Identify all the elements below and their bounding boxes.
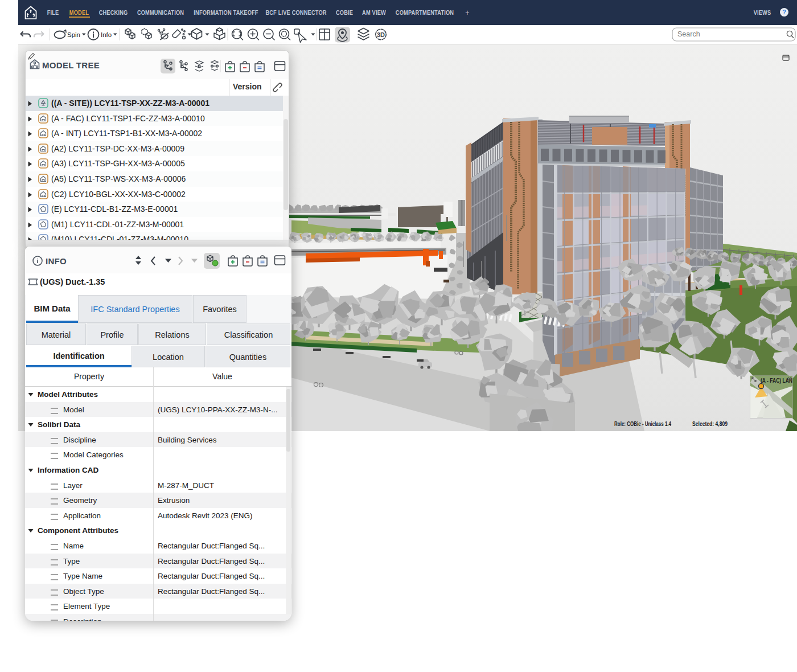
- svg-text:Spin: Spin: [67, 31, 80, 38]
- svg-text:Role: COBie - Uniclass 1.4: Role: COBie - Uniclass 1.4: [614, 420, 671, 427]
- svg-text:Search: Search: [677, 30, 700, 38]
- svg-text:Selected: 4,809: Selected: 4,809: [692, 420, 728, 427]
- svg-text:3D: 3D: [377, 31, 385, 38]
- svg-text:(A - FAC) LAN: (A - FAC) LAN: [761, 378, 792, 384]
- svg-text:Info: Info: [101, 31, 112, 38]
